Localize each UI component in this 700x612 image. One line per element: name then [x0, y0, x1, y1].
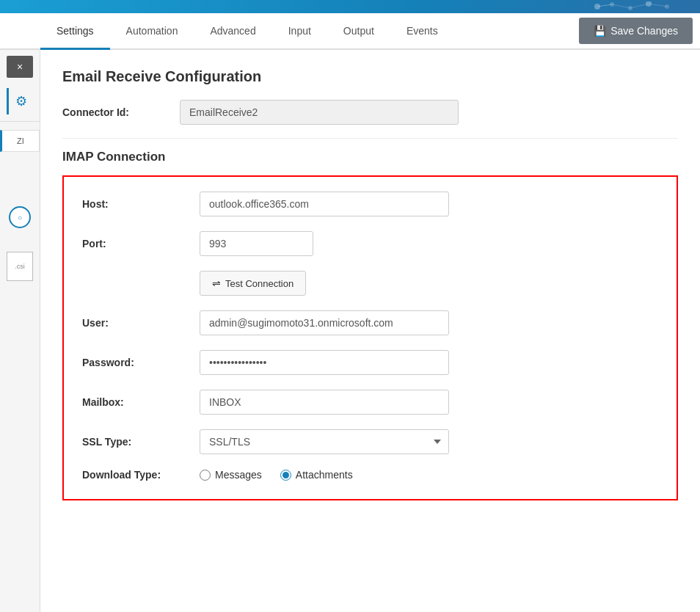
page-title: Email Receive Configuration	[62, 68, 678, 85]
tab-settings[interactable]: Settings	[40, 13, 110, 50]
user-input[interactable]	[200, 310, 449, 335]
ssl-type-label: SSL Type:	[82, 436, 200, 448]
ssl-type-select[interactable]: SSL/TLS None STARTTLS	[200, 429, 449, 454]
radio-messages-option[interactable]: Messages	[200, 469, 262, 481]
download-type-radio-group: Messages Attachments	[200, 469, 353, 481]
tab-bar: Settings Automation Advanced Input Outpu…	[0, 13, 700, 50]
mailbox-input[interactable]	[200, 390, 449, 415]
save-icon: 💾	[594, 25, 606, 37]
tab-input[interactable]: Input	[272, 13, 327, 50]
transfer-icon: ⇌	[212, 277, 221, 289]
port-row: Port:	[82, 231, 658, 256]
mailbox-row: Mailbox:	[82, 390, 658, 415]
save-changes-button[interactable]: 💾 Save Changes	[579, 18, 693, 44]
download-type-label: Download Type:	[82, 469, 200, 481]
sidebar-file-item[interactable]: .csi	[7, 252, 33, 281]
tab-output[interactable]: Output	[327, 13, 390, 50]
tab-automation[interactable]: Automation	[110, 13, 194, 50]
connector-id-label: Connector Id:	[62, 106, 180, 118]
tab-advanced[interactable]: Advanced	[194, 13, 271, 50]
password-row: Password:	[82, 350, 658, 375]
ssl-type-row: SSL Type: SSL/TLS None STARTTLS	[82, 429, 658, 454]
sidebar-gear-icon[interactable]: ⚙	[7, 88, 33, 114]
sidebar-item-zi[interactable]: ZI	[0, 130, 40, 152]
mailbox-label: Mailbox:	[82, 396, 200, 408]
connector-id-row: Connector Id:	[62, 100, 678, 125]
imap-section-title: IMAP Connection	[62, 150, 678, 164]
main-layout: × ⚙ ZI ○ .csi Email Receive Configuratio…	[0, 50, 700, 612]
host-label: Host:	[82, 198, 200, 210]
connector-id-input[interactable]	[180, 100, 459, 125]
user-label: User:	[82, 317, 200, 329]
top-decorative-bar	[0, 0, 700, 13]
radio-attachments-option[interactable]: Attachments	[280, 469, 353, 481]
password-label: Password:	[82, 357, 200, 368]
content-area: Email Receive Configuration Connector Id…	[40, 50, 700, 612]
test-connection-row: ⇌ Test Connection	[82, 271, 658, 296]
radio-attachments-label: Attachments	[296, 469, 353, 481]
radio-messages-label: Messages	[215, 469, 262, 481]
port-input[interactable]	[200, 231, 313, 256]
imap-connection-box: Host: Port: ⇌ Test Connection User:	[62, 175, 678, 500]
radio-messages-input[interactable]	[200, 470, 211, 481]
sidebar-close-button[interactable]: ×	[7, 56, 33, 78]
password-input[interactable]	[200, 350, 449, 375]
host-row: Host:	[82, 192, 658, 216]
host-input[interactable]	[200, 192, 449, 216]
sidebar: × ⚙ ZI ○ .csi	[0, 50, 40, 612]
port-label: Port:	[82, 238, 200, 249]
tab-events[interactable]: Events	[390, 13, 454, 50]
sidebar-circle-item[interactable]: ○	[9, 206, 31, 228]
section-divider	[62, 138, 678, 139]
radio-attachments-input[interactable]	[280, 470, 291, 481]
download-type-row: Download Type: Messages Attachments	[82, 469, 658, 481]
test-connection-button[interactable]: ⇌ Test Connection	[200, 271, 306, 296]
user-row: User:	[82, 310, 658, 335]
